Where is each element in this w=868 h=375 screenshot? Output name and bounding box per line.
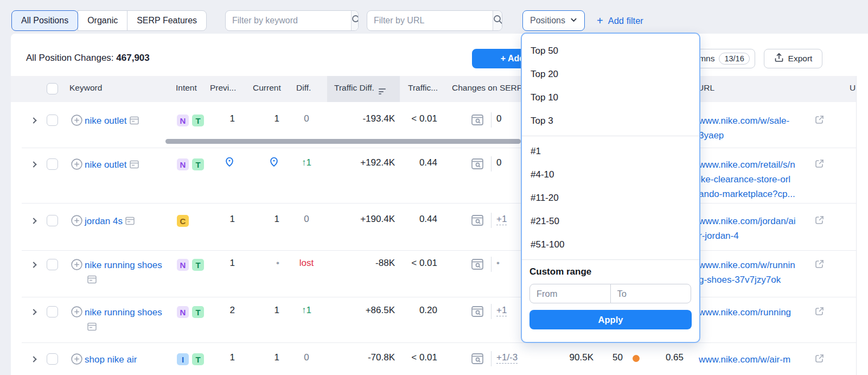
external-link-icon[interactable] bbox=[815, 259, 824, 271]
serp-features-icon[interactable] bbox=[125, 217, 135, 227]
expand-chevron-icon[interactable] bbox=[31, 117, 39, 125]
positions-option-1[interactable]: #1 bbox=[529, 139, 692, 163]
row-checkbox[interactable] bbox=[47, 215, 58, 226]
keyword-link[interactable]: nike outlet bbox=[85, 113, 167, 129]
serp-snapshot-icon[interactable] bbox=[471, 306, 484, 320]
url-link[interactable]: www.nike.com/retail/s/nike-clearance-sto… bbox=[699, 157, 807, 201]
intent-badge-transactional[interactable]: T bbox=[192, 158, 204, 170]
serp-changes-link[interactable]: +1 bbox=[496, 214, 507, 225]
url-link[interactable]: www.nike.com/w/air-m bbox=[699, 352, 807, 367]
keyword-link[interactable]: nike running shoes bbox=[85, 258, 167, 288]
positions-option-top50[interactable]: Top 50 bbox=[529, 39, 692, 62]
keyword-link[interactable]: shop nike air bbox=[85, 352, 167, 367]
serp-features-icon[interactable] bbox=[130, 117, 139, 127]
previous-position: 1 bbox=[203, 258, 235, 269]
column-header-current[interactable]: Current bbox=[253, 83, 281, 93]
row-checkbox[interactable] bbox=[47, 353, 58, 365]
add-to-list-icon[interactable] bbox=[71, 115, 82, 129]
add-to-list-icon[interactable] bbox=[71, 306, 82, 320]
intent-badge-navigational[interactable]: N bbox=[177, 306, 189, 318]
positions-option-21-50[interactable]: #21-50 bbox=[529, 209, 692, 233]
custom-range-from-input[interactable] bbox=[529, 284, 611, 303]
external-link-icon[interactable] bbox=[815, 307, 824, 319]
filter-toolbar: All Positions Organic SERP Features Posi… bbox=[0, 0, 868, 34]
column-header-serp-changes[interactable]: Changes on SERP bbox=[452, 83, 522, 93]
serp-features-icon[interactable] bbox=[87, 323, 97, 333]
url-filter-input[interactable] bbox=[367, 11, 493, 30]
serp-snapshot-icon[interactable] bbox=[471, 258, 484, 273]
serp-changes-link[interactable]: +1/-3 bbox=[496, 352, 518, 364]
tab-organic[interactable]: Organic bbox=[78, 10, 127, 31]
add-to-list-icon[interactable] bbox=[71, 259, 82, 273]
column-header-traffic-diff[interactable]: Traffic Diff. bbox=[334, 83, 386, 94]
url-link[interactable]: www.nike.com/running bbox=[699, 305, 807, 320]
intent-badge-navigational[interactable]: N bbox=[177, 115, 189, 126]
serp-snapshot-icon[interactable] bbox=[471, 158, 484, 173]
expand-chevron-icon[interactable] bbox=[31, 161, 39, 169]
url-search-button[interactable] bbox=[493, 11, 502, 30]
positions-option-4-10[interactable]: #4-10 bbox=[529, 163, 692, 186]
row-checkbox[interactable] bbox=[47, 259, 58, 270]
serp-changes-value[interactable]: +1/-3 bbox=[496, 352, 542, 363]
apply-button[interactable]: Apply bbox=[529, 310, 692, 329]
serp-snapshot-icon[interactable] bbox=[471, 114, 484, 129]
expand-chevron-icon[interactable] bbox=[31, 262, 39, 269]
intent-badge-navigational[interactable]: N bbox=[177, 158, 189, 170]
expand-chevron-icon[interactable] bbox=[31, 309, 39, 316]
serp-features-icon[interactable] bbox=[130, 161, 139, 171]
tab-all-positions[interactable]: All Positions bbox=[11, 10, 78, 31]
serp-features-icon[interactable] bbox=[87, 276, 97, 286]
keyword-link[interactable]: nike outlet bbox=[85, 157, 167, 173]
location-pin-icon[interactable] bbox=[203, 156, 235, 170]
add-to-list-icon[interactable] bbox=[71, 215, 82, 229]
positions-option-51-100[interactable]: #51-100 bbox=[529, 233, 692, 256]
column-header-previous[interactable]: Previ... bbox=[210, 83, 236, 93]
url-link[interactable]: www.nike.com/w/sale-3yaep bbox=[699, 113, 807, 143]
keyword-filter-input[interactable] bbox=[226, 11, 351, 30]
select-all-checkbox[interactable] bbox=[47, 83, 58, 94]
intent-badge-transactional[interactable]: T bbox=[192, 306, 204, 318]
url-link[interactable]: www.nike.com/jordan/air-jordan-4 bbox=[699, 214, 807, 243]
tab-serp-features[interactable]: SERP Features bbox=[127, 10, 207, 31]
serp-changes-link[interactable]: +1 bbox=[496, 305, 507, 316]
column-header-traffic[interactable]: Traffic... bbox=[408, 83, 438, 93]
intent-badge-commercial[interactable]: C bbox=[177, 215, 189, 227]
url-link[interactable]: www.nike.com/w/running-shoes-37v7jzy7ok bbox=[699, 258, 807, 287]
external-link-icon[interactable] bbox=[815, 354, 824, 366]
expand-chevron-icon[interactable] bbox=[31, 218, 39, 225]
cpc-value: 0.65 bbox=[646, 352, 684, 363]
intent-badge-transactional[interactable]: T bbox=[192, 259, 204, 271]
row-checkbox[interactable] bbox=[47, 115, 58, 126]
serp-snapshot-icon[interactable] bbox=[471, 214, 484, 229]
column-header-last[interactable]: U bbox=[850, 83, 856, 93]
positions-option-11-20[interactable]: #11-20 bbox=[529, 186, 692, 209]
search-icon bbox=[493, 15, 502, 27]
external-link-icon[interactable] bbox=[815, 215, 824, 227]
expand-chevron-icon[interactable] bbox=[31, 356, 39, 364]
intent-badge-transactional[interactable]: T bbox=[192, 115, 204, 126]
positions-dropdown-button[interactable]: Positions bbox=[522, 10, 585, 31]
keyword-link[interactable]: nike running shoes bbox=[85, 305, 167, 335]
custom-range-to-input[interactable] bbox=[610, 284, 692, 303]
intent-badge-transactional[interactable]: T bbox=[192, 353, 204, 365]
column-header-diff[interactable]: Diff. bbox=[296, 83, 311, 93]
column-header-intent[interactable]: Intent bbox=[176, 83, 197, 93]
add-to-list-icon[interactable] bbox=[71, 158, 82, 173]
keyword-search-button[interactable] bbox=[351, 11, 359, 30]
serp-snapshot-icon[interactable] bbox=[471, 353, 484, 367]
intent-badge-informational[interactable]: I bbox=[177, 353, 189, 365]
location-pin-icon[interactable] bbox=[250, 156, 279, 170]
positions-option-top3[interactable]: Top 3 bbox=[529, 109, 692, 132]
export-button[interactable]: Export bbox=[764, 49, 822, 68]
intent-badge-navigational[interactable]: N bbox=[177, 259, 189, 271]
add-filter-button[interactable]: + Add filter bbox=[597, 15, 643, 26]
row-checkbox[interactable] bbox=[47, 306, 58, 317]
column-header-keyword[interactable]: Keyword bbox=[69, 83, 102, 93]
external-link-icon[interactable] bbox=[815, 115, 824, 127]
add-to-list-icon[interactable] bbox=[71, 353, 82, 367]
positions-option-top20[interactable]: Top 20 bbox=[529, 62, 692, 86]
keyword-link[interactable]: jordan 4s bbox=[85, 214, 167, 230]
positions-option-top10[interactable]: Top 10 bbox=[529, 86, 692, 109]
row-checkbox[interactable] bbox=[47, 158, 58, 170]
external-link-icon[interactable] bbox=[815, 159, 824, 171]
